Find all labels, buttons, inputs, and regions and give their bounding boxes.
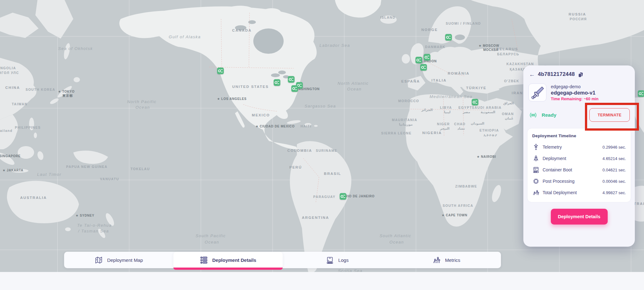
timeline-value: 0.04621 sec. xyxy=(603,168,626,172)
server-marker[interactable] xyxy=(445,34,452,41)
server-marker[interactable] xyxy=(274,79,280,86)
chart-icon xyxy=(532,189,540,196)
back-arrow-icon[interactable]: ← xyxy=(529,71,535,77)
metrics-icon xyxy=(432,256,441,264)
timeline-row-deployment: Deployment 4.65214 sec. xyxy=(532,153,626,164)
server-marker[interactable] xyxy=(420,64,427,71)
server-marker[interactable] xyxy=(424,54,430,61)
timeline-row-total-deployment: Total Deployment 4.99827 sec. xyxy=(532,187,626,198)
map-icon xyxy=(94,256,103,264)
timeline-row-post-processing: Post Processing 0.00046 sec. xyxy=(532,176,626,187)
bottom-tab-bar: Deployment Map Deployment Details xyxy=(64,252,501,268)
tab-label: Deployment Details xyxy=(212,257,256,263)
timeline-label: Total Deployment xyxy=(543,190,577,195)
broadcast-icon xyxy=(528,111,538,119)
app-name: edgegap-demo xyxy=(551,84,599,89)
tab-deployment-details[interactable]: Deployment Details xyxy=(173,252,283,268)
sword-icon xyxy=(530,85,545,100)
terminate-button[interactable]: TERMINATE xyxy=(589,108,630,122)
status-badge: Ready xyxy=(542,112,557,118)
timeline-value: 4.65214 sec. xyxy=(603,156,626,161)
tab-logs[interactable]: Logs xyxy=(283,252,392,268)
status-row: Ready TERMINATE xyxy=(527,108,631,122)
rocket-icon xyxy=(532,155,540,162)
deployment-id: 4b7812172448 xyxy=(538,71,575,77)
timeline-row-container-boot: Container Boot 0.04621 sec. xyxy=(532,164,626,176)
server-marker[interactable] xyxy=(340,193,346,200)
app-avatar xyxy=(528,83,546,102)
server-list-icon xyxy=(200,256,208,264)
timeline-value: 0.29946 sec. xyxy=(603,145,626,150)
server-marker[interactable] xyxy=(472,99,478,106)
panel-header: ← 4b7812172448 xyxy=(527,71,631,77)
active-tab-underline xyxy=(173,268,283,270)
tab-deployment-map[interactable]: Deployment Map xyxy=(64,252,173,268)
app-version: edgegap-demo-v1 xyxy=(551,90,599,96)
app-summary: edgegap-demo edgegap-demo-v1 Time Remain… xyxy=(527,83,631,102)
tab-metrics[interactable]: Metrics xyxy=(392,252,501,268)
deployment-details-button[interactable]: Deployment Details xyxy=(551,209,608,225)
deployment-timeline-card: Deployment Timeline Telemetry 0.29946 se… xyxy=(527,128,631,202)
server-marker[interactable] xyxy=(217,68,224,74)
server-marker[interactable] xyxy=(292,85,298,92)
tab-label: Logs xyxy=(338,257,349,263)
container-icon xyxy=(532,166,540,174)
timeline-label: Telemetry xyxy=(543,145,562,150)
tab-label: Metrics xyxy=(445,257,460,263)
server-marker[interactable] xyxy=(416,57,422,64)
tab-label: Deployment Map xyxy=(107,257,143,263)
telemetry-tower-icon xyxy=(532,143,540,151)
logs-crate-icon xyxy=(326,256,334,264)
chip-icon xyxy=(532,177,540,185)
timeline-row-telemetry: Telemetry 0.29946 sec. xyxy=(532,141,626,153)
timeline-value: 0.00046 sec. xyxy=(603,179,626,184)
app-root: CANADAUNITED STATESMEXICOHAITICOLOMBIASU… xyxy=(0,0,644,290)
timeline-label: Post Processing xyxy=(543,179,575,184)
time-remaining: Time Remaining: ~60 min xyxy=(551,97,599,101)
server-marker[interactable] xyxy=(638,90,644,97)
timeline-label: Deployment xyxy=(543,156,566,161)
timeline-label: Container Boot xyxy=(543,167,572,172)
deployment-panel: ← 4b7812172448 xyxy=(523,65,635,247)
copy-icon[interactable] xyxy=(578,72,583,77)
timeline-title: Deployment Timeline xyxy=(532,133,626,138)
timeline-value: 4.99827 sec. xyxy=(603,190,626,195)
server-marker[interactable] xyxy=(288,76,295,83)
